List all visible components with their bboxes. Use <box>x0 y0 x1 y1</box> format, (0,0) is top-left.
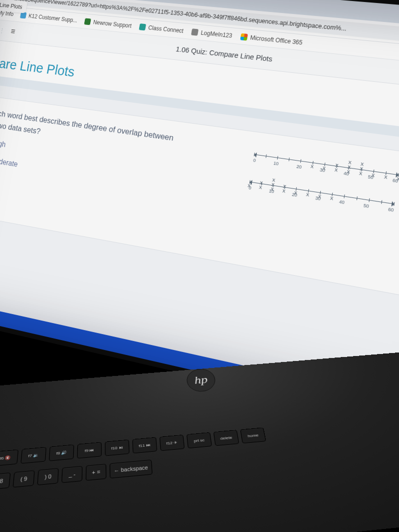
bookmark-label: Newrow Support <box>93 19 132 29</box>
question-right: XXXXXXXXXXXXX 0102030405060 XXXXXXXXXXXX… <box>182 135 399 282</box>
key[interactable]: * 8 <box>0 473 10 490</box>
key[interactable]: prt sc <box>187 432 212 448</box>
photo-scene: Compare Line Plots × + are Line Plots 2l… <box>0 0 399 532</box>
hp-logo: hp <box>186 368 217 393</box>
key[interactable]: f12 ✈ <box>160 435 185 451</box>
bookmark-logmein[interactable]: LogMeIn123 <box>191 28 232 39</box>
key[interactable]: f8 🔊 <box>49 444 74 461</box>
option-label: moderate <box>0 156 18 169</box>
bookmark-newrow[interactable]: Newrow Support <box>84 18 132 29</box>
key[interactable]: ← backspace <box>110 460 153 479</box>
square-icon <box>84 18 91 25</box>
line-plot-2: XXXXXXXXXXXX 0102030405060 <box>248 181 395 212</box>
key[interactable]: f9 ⏮ <box>77 442 101 459</box>
keyboard-num-row: 2%^ 6& 7* 8( 9) 0_ -+ =← backspace <box>0 460 153 502</box>
key[interactable]: ( 9 <box>12 470 34 488</box>
profile-chip-label: are Line Plots <box>0 0 23 10</box>
option-label: high <box>0 139 6 149</box>
bookmark-label: LogMeIn123 <box>200 29 233 39</box>
hamburger-icon[interactable]: ≡ <box>10 27 16 36</box>
bookmark-class-connect[interactable]: Class Connect <box>139 23 184 34</box>
bookmark-office365[interactable]: Microsoft Office 365 <box>240 33 303 46</box>
bookmark-label: Microsoft Office 365 <box>250 34 303 46</box>
circle-icon <box>191 28 199 36</box>
bookmark-label: Class Connect <box>148 24 184 34</box>
bookmark-k12[interactable]: K12 Customer Supp... <box>20 12 78 24</box>
bookmark-label: K12 Customer Supp... <box>28 12 78 23</box>
laptop-base: hp f3 ✱f4 ⧉f5f6 🔇f7 🔉f8 🔊f9 ⏮f10 ⏯f11 ⏭f… <box>0 345 399 532</box>
key[interactable]: home <box>240 427 266 443</box>
key[interactable]: f11 ⏭ <box>132 437 157 454</box>
key[interactable]: + = <box>86 464 106 481</box>
key[interactable]: _ - <box>61 466 82 483</box>
microsoft-icon <box>240 33 248 40</box>
key[interactable]: ) 0 <box>37 468 58 485</box>
square-icon <box>139 23 147 30</box>
key[interactable]: delete <box>213 430 239 446</box>
key[interactable]: f6 🔇 <box>0 449 18 466</box>
key[interactable]: f7 🔉 <box>20 447 46 464</box>
question-left: Which word best describes the degree of … <box>0 106 187 232</box>
divider-icon: ⋮ <box>0 27 5 34</box>
key[interactable]: f10 ⏯ <box>105 440 129 456</box>
